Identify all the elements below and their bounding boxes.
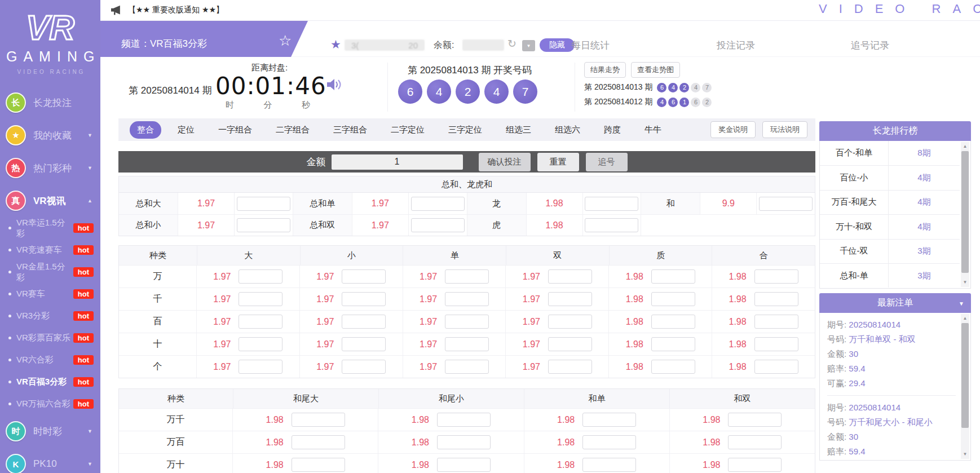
- bet-amount-input[interactable]: [651, 360, 695, 374]
- tab-2[interactable]: 一字组合: [211, 121, 259, 139]
- result-trend-button[interactable]: 结果走势: [584, 62, 626, 78]
- nav-daily-stats[interactable]: 每日统计: [571, 39, 610, 52]
- bet-amount-input[interactable]: [437, 435, 491, 449]
- bet-amount-input[interactable]: [728, 435, 782, 449]
- hide-button[interactable]: 隐藏: [540, 38, 575, 52]
- tab-6[interactable]: 三字定位: [441, 121, 489, 139]
- bet-amount-input[interactable]: [548, 360, 592, 374]
- bet-amount-input[interactable]: [754, 269, 798, 284]
- tab-1[interactable]: 定位: [170, 121, 202, 139]
- sidebar-subitem-12[interactable]: VR万福六合彩hot: [0, 393, 100, 415]
- amount-input[interactable]: [332, 154, 463, 170]
- tab-3[interactable]: 二字组合: [268, 121, 317, 139]
- nav-bet-records[interactable]: 投注记录: [717, 39, 755, 52]
- bet-amount-input[interactable]: [411, 218, 465, 232]
- bet-amount-input[interactable]: [239, 292, 282, 306]
- bet-amount-input[interactable]: [445, 337, 489, 351]
- bet-amount-input[interactable]: [728, 413, 782, 427]
- bet-amount-input[interactable]: [585, 197, 638, 211]
- bet-amount-input[interactable]: [754, 292, 798, 306]
- bet-amount-input[interactable]: [651, 292, 695, 306]
- bet-amount-input[interactable]: [239, 337, 282, 351]
- bet-amount-input[interactable]: [237, 197, 290, 211]
- prize-help-button[interactable]: 奖金说明: [710, 121, 756, 138]
- ranking-row[interactable]: 千位-双3期: [820, 239, 960, 263]
- dropdown-button[interactable]: ▼: [522, 40, 535, 51]
- bet-amount-input[interactable]: [754, 315, 798, 329]
- bet-amount-input[interactable]: [759, 197, 813, 211]
- bet-amount-input[interactable]: [585, 218, 638, 232]
- bet-amount-input[interactable]: [411, 197, 465, 211]
- favorite-star-icon[interactable]: ☆: [279, 32, 292, 50]
- bet-amount-input[interactable]: [582, 435, 636, 449]
- scroll-thumb[interactable]: [961, 151, 969, 273]
- tab-7[interactable]: 组选三: [498, 121, 538, 139]
- tab-4[interactable]: 三字组合: [326, 121, 374, 139]
- bet-amount-input[interactable]: [342, 337, 386, 351]
- bet-amount-input[interactable]: [651, 315, 695, 329]
- tab-8[interactable]: 组选六: [548, 121, 588, 139]
- bet-amount-input[interactable]: [582, 413, 636, 427]
- bet-amount-input[interactable]: [548, 337, 592, 351]
- bet-amount-input[interactable]: [237, 218, 290, 232]
- bet-amount-input[interactable]: [292, 435, 345, 449]
- collapse-chevron-icon[interactable]: ▼: [959, 300, 964, 307]
- bet-amount-input[interactable]: [342, 315, 386, 329]
- bet-amount-input[interactable]: [292, 458, 345, 472]
- scroll-down-icon[interactable]: ▼: [961, 451, 969, 458]
- scroll-thumb[interactable]: [961, 323, 969, 428]
- bet-amount-input[interactable]: [548, 292, 592, 306]
- refresh-icon[interactable]: ↻: [507, 37, 517, 50]
- bet-amount-input[interactable]: [548, 269, 592, 284]
- bet-amount-input[interactable]: [342, 269, 386, 284]
- sidebar-item-2[interactable]: 热热门彩种▼: [0, 152, 100, 184]
- scroll-up-icon[interactable]: ▲: [961, 143, 969, 150]
- scrollbar[interactable]: ▲ ▼: [961, 142, 969, 287]
- scroll-down-icon[interactable]: ▼: [961, 279, 969, 286]
- scroll-up-icon[interactable]: ▲: [961, 315, 969, 322]
- bet-amount-input[interactable]: [342, 360, 386, 374]
- bet-amount-input[interactable]: [445, 360, 489, 374]
- sidebar-item-1[interactable]: ★我的收藏▼: [0, 119, 100, 152]
- sidebar-subitem-9[interactable]: VR彩票百家乐hot: [0, 327, 100, 349]
- bet-amount-input[interactable]: [754, 337, 798, 351]
- sidebar-subitem-4[interactable]: VR幸运1.5分彩hot: [0, 217, 100, 239]
- bet-amount-input[interactable]: [445, 269, 489, 284]
- bet-amount-input[interactable]: [548, 315, 592, 329]
- ranking-row[interactable]: 万十-和双4期: [820, 214, 960, 238]
- bet-amount-input[interactable]: [651, 337, 695, 351]
- chase-number-button[interactable]: 追号: [586, 153, 628, 171]
- bet-amount-input[interactable]: [239, 269, 282, 284]
- ranking-row[interactable]: 万百-和尾大4期: [820, 190, 960, 214]
- sidebar-subitem-5[interactable]: VR竞速赛车hot: [0, 239, 100, 261]
- bet-amount-input[interactable]: [728, 458, 782, 472]
- sidebar-subitem-11[interactable]: VR百福3分彩hot: [0, 371, 100, 393]
- scrollbar[interactable]: ▲ ▼: [961, 314, 969, 459]
- view-trend-chart-button[interactable]: 查看走势图: [631, 62, 680, 78]
- bet-amount-input[interactable]: [437, 413, 491, 427]
- sidebar-subitem-8[interactable]: VR3分彩hot: [0, 305, 100, 327]
- bet-amount-input[interactable]: [292, 413, 345, 427]
- bet-amount-input[interactable]: [445, 315, 489, 329]
- ranking-row[interactable]: 总和-单3期: [820, 263, 960, 288]
- bet-amount-input[interactable]: [651, 269, 695, 284]
- tab-9[interactable]: 跨度: [597, 121, 628, 139]
- reset-button[interactable]: 重置: [537, 153, 579, 171]
- confirm-bet-button[interactable]: 确认投注: [479, 153, 531, 171]
- tab-0[interactable]: 整合: [130, 121, 161, 139]
- rules-help-button[interactable]: 玩法说明: [762, 121, 807, 138]
- tab-10[interactable]: 牛牛: [637, 121, 669, 139]
- ranking-row[interactable]: 百位-小4期: [820, 165, 960, 189]
- bet-amount-input[interactable]: [582, 458, 636, 472]
- bet-amount-input[interactable]: [239, 360, 282, 374]
- sidebar-subitem-6[interactable]: VR金星1.5分彩hot: [0, 261, 100, 283]
- bet-amount-input[interactable]: [754, 360, 798, 374]
- ranking-row[interactable]: 百个-和单8期: [820, 141, 960, 165]
- sidebar-item-14[interactable]: KPK10▼: [0, 448, 100, 473]
- bet-amount-input[interactable]: [445, 292, 489, 306]
- sidebar-item-3[interactable]: 真VR视讯▲: [0, 184, 100, 217]
- bet-amount-input[interactable]: [437, 458, 491, 472]
- speaker-icon[interactable]: [326, 77, 343, 92]
- sidebar-item-13[interactable]: 时时时彩▼: [0, 415, 100, 448]
- bet-amount-input[interactable]: [342, 292, 386, 306]
